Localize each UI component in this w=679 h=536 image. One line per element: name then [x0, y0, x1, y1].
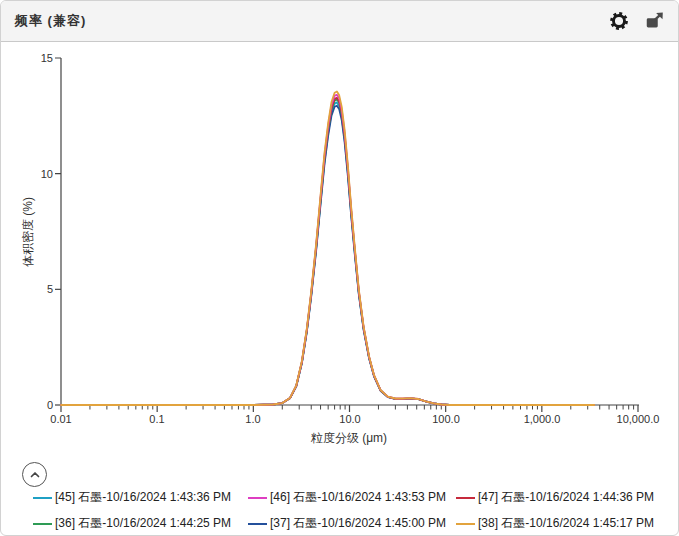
legend-item[interactable]: [46] 石墨-10/16/2024 1:43:53 PM	[248, 489, 456, 506]
frequency-chart: 0 5 10 15 0.01 0.1 1.0 10.0 100.0 1,000.…	[1, 1, 679, 536]
frequency-panel: 0 5 10 15 0.01 0.1 1.0 10.0 100.0 1,000.…	[0, 0, 679, 536]
y-axis-title: 体积密度 (%)	[21, 197, 35, 267]
y-tick-label: 10	[41, 168, 53, 180]
settings-button[interactable]	[606, 8, 632, 34]
legend-item-label: [47] 石墨-10/16/2024 1:44:36 PM	[478, 489, 654, 506]
x-tick-label: 10,000.0	[617, 413, 660, 425]
series-color-swatch	[33, 523, 52, 525]
x-tick-label: 1.0	[245, 413, 260, 425]
export-icon	[644, 10, 666, 32]
y-tick-label: 15	[41, 52, 53, 64]
series-color-swatch	[456, 497, 475, 499]
chevron-up-icon	[27, 467, 43, 483]
panel-title: 频率 (兼容)	[15, 12, 86, 30]
distribution-curves	[61, 92, 594, 406]
legend-item[interactable]: [45] 石墨-10/16/2024 1:43:36 PM	[33, 489, 248, 506]
legend-item-label: [45] 石墨-10/16/2024 1:43:36 PM	[55, 489, 231, 506]
export-button[interactable]	[642, 8, 668, 34]
x-tick-label: 0.01	[50, 413, 71, 425]
legend-item[interactable]: [38] 石墨-10/16/2024 1:45:17 PM	[456, 515, 654, 532]
x-tick-label: 100.0	[432, 413, 460, 425]
x-tick-label: 1,000.0	[524, 413, 561, 425]
axis-ticks	[55, 58, 638, 412]
legend-item[interactable]: [36] 石墨-10/16/2024 1:44:25 PM	[33, 515, 248, 532]
legend-item-label: [46] 石墨-10/16/2024 1:43:53 PM	[270, 489, 446, 506]
legend-collapse-button[interactable]	[22, 462, 47, 487]
series-legend: [45] 石墨-10/16/2024 1:43:36 PM [46] 石墨-10…	[33, 489, 654, 532]
panel-header: 频率 (兼容)	[1, 1, 678, 42]
y-tick-label: 5	[47, 283, 53, 295]
series-color-swatch	[248, 523, 267, 525]
x-axis-title: 粒度分级 (μm)	[310, 431, 387, 445]
x-tick-label: 0.1	[149, 413, 164, 425]
legend-item-label: [38] 石墨-10/16/2024 1:45:17 PM	[478, 515, 654, 532]
settings-gear-icon	[608, 10, 630, 32]
legend-item[interactable]: [47] 石墨-10/16/2024 1:44:36 PM	[456, 489, 654, 506]
series-color-swatch	[456, 523, 475, 525]
y-tick-label: 0	[47, 399, 53, 411]
header-toolbar	[606, 1, 668, 41]
series-color-swatch	[33, 497, 52, 499]
legend-item-label: [36] 石墨-10/16/2024 1:44:25 PM	[55, 515, 231, 532]
series-color-swatch	[248, 497, 267, 499]
legend-item-label: [37] 石墨-10/16/2024 1:45:00 PM	[270, 515, 446, 532]
x-tick-label: 10.0	[339, 413, 360, 425]
legend-item[interactable]: [37] 石墨-10/16/2024 1:45:00 PM	[248, 515, 456, 532]
